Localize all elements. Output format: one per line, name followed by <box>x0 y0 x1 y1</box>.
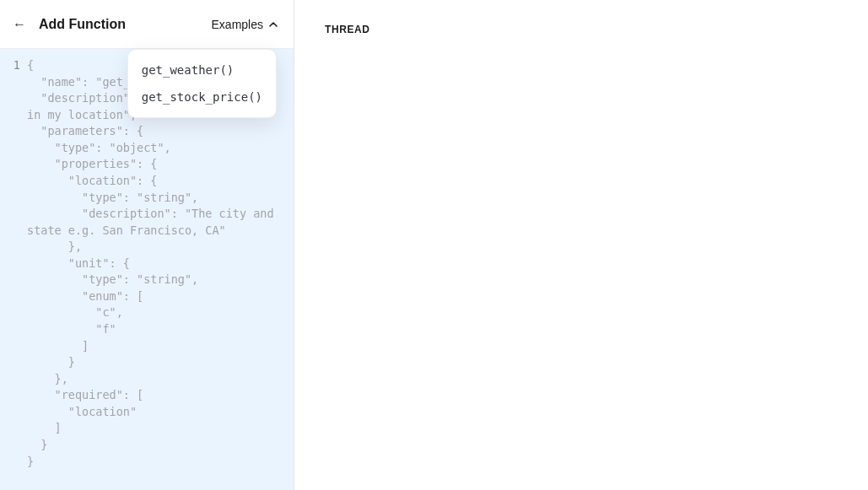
left-panel: ← Add Function Examples get_weather() ge… <box>0 0 294 490</box>
examples-label: Examples <box>212 18 263 31</box>
back-arrow-icon[interactable]: ← <box>12 18 27 31</box>
code-gutter: 1 <box>0 57 27 490</box>
line-number: 1 <box>0 57 20 74</box>
dropdown-item-get-weather[interactable]: get_weather() <box>128 57 276 83</box>
left-title-group: ← Add Function <box>12 17 126 32</box>
code-content[interactable]: { "name": "get_weather", "description": … <box>27 57 294 490</box>
right-panel: THREAD <box>294 0 868 490</box>
examples-dropdown: get_weather() get_stock_price() <box>127 49 277 118</box>
chevron-up-icon <box>268 19 278 30</box>
left-header: ← Add Function Examples <box>0 0 294 49</box>
page-title: Add Function <box>39 17 126 32</box>
dropdown-item-get-stock-price[interactable]: get_stock_price() <box>128 83 276 110</box>
examples-dropdown-trigger[interactable]: Examples <box>210 14 280 35</box>
thread-heading: THREAD <box>325 24 838 35</box>
